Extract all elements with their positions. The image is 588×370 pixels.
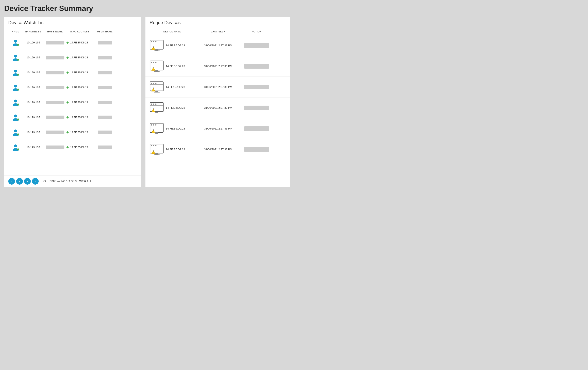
mac-address-cell: 14:FE:B5:D9:28	[66, 131, 94, 134]
user-name-cell	[94, 131, 116, 134]
host-name-cell	[44, 56, 66, 59]
svg-rect-31	[154, 71, 159, 72]
rogue-device-row: ! 14:FE:B5:D9:28 31/06/2021 2:27:33 PM	[146, 118, 290, 139]
main-content: Device Watch List NAME IP ADDRESS HOST N…	[4, 17, 290, 187]
svg-rect-67	[154, 154, 159, 155]
action-bar	[244, 106, 269, 110]
action-bar	[244, 64, 269, 69]
host-name-cell	[44, 146, 66, 149]
svg-point-46	[155, 104, 157, 105]
ip-address-cell: 10.199.165	[23, 146, 44, 149]
monitor-svg: !	[150, 102, 164, 113]
rogue-devices-rows: ! 14:FE:B5:D9:28 31/06/2021 2:27:33 PM	[146, 35, 290, 160]
monitor-svg: !	[150, 123, 164, 134]
user-icon	[11, 53, 20, 62]
next-page-button[interactable]: ›	[24, 178, 31, 185]
svg-point-28	[155, 62, 157, 63]
user-icon	[11, 143, 20, 151]
pagination: « ‹ › » ↻ DISPLAYING 1-9 OF 9 VIEW ALL	[4, 175, 141, 187]
svg-point-37	[155, 83, 157, 84]
refresh-button[interactable]: ↻	[43, 179, 46, 184]
rogue-mac-text: 14:FE:B5:D9:28	[166, 65, 185, 68]
last-page-button[interactable]: »	[32, 178, 39, 185]
svg-text:!: !	[153, 108, 154, 110]
user-name-cell	[94, 116, 116, 119]
mac-address-cell: 14:FE:B5:D9:28	[66, 71, 94, 74]
user-icon-cell	[8, 113, 23, 122]
svg-text:!: !	[153, 87, 154, 90]
mac-address-cell: 14:FE:B5:D9:28	[66, 101, 94, 104]
svg-point-19	[155, 41, 157, 42]
col-mac: MAC ADDRESS	[66, 30, 94, 33]
watch-list-row: 10.199.165 14:FE:B5:D9:28	[4, 95, 141, 110]
monitor-icon: !	[150, 102, 164, 114]
svg-point-62	[151, 145, 152, 146]
displaying-label: DISPLAYING 1-9 OF 9	[50, 180, 77, 183]
first-page-button[interactable]: «	[8, 178, 15, 185]
svg-rect-30	[155, 70, 158, 71]
rogue-mac-text: 14:FE:B5:D9:28	[166, 127, 185, 130]
svg-rect-49	[154, 113, 159, 113]
monitor-icon: !	[150, 123, 164, 135]
svg-point-10	[14, 115, 17, 117]
user-icon-cell	[8, 128, 23, 137]
user-icon-cell	[8, 98, 23, 107]
svg-point-17	[151, 41, 152, 42]
monitor-icon: !	[150, 144, 164, 155]
monitor-svg: !	[150, 40, 164, 51]
col-user: USER NAME	[94, 30, 116, 33]
last-seen-cell: 31/06/2021 2:27:33 PM	[195, 148, 241, 151]
watch-list-row: 10.199.165 14:FE:B5:D9:28	[4, 50, 141, 65]
monitor-svg: !	[150, 61, 164, 72]
action-bar	[244, 43, 269, 48]
prev-page-button[interactable]: ‹	[16, 178, 23, 185]
svg-point-53	[151, 124, 152, 126]
svg-point-0	[14, 40, 17, 42]
host-name-cell	[44, 101, 66, 104]
user-name-cell	[94, 86, 116, 89]
user-icon	[11, 68, 20, 77]
svg-point-8	[14, 100, 17, 103]
svg-rect-58	[154, 134, 159, 134]
col-host: HOST NAME	[44, 30, 66, 33]
ip-address-cell: 10.199.165	[23, 41, 44, 44]
svg-point-18	[153, 41, 154, 42]
device-name-cell: ! 14:FE:B5:D9:28	[150, 102, 195, 114]
action-cell	[241, 147, 272, 152]
svg-text:!: !	[153, 129, 154, 131]
user-name-cell	[94, 41, 116, 44]
watch-list-panel: Device Watch List NAME IP ADDRESS HOST N…	[4, 17, 141, 187]
svg-point-54	[153, 124, 154, 126]
mac-address-cell: 14:FE:B5:D9:28	[66, 146, 94, 149]
svg-point-44	[151, 104, 152, 105]
device-name-cell: ! 14:FE:B5:D9:28	[150, 123, 195, 135]
svg-point-63	[153, 145, 154, 146]
host-name-cell	[44, 131, 66, 134]
watch-list-row: 10.199.165 14:FE:B5:D9:28	[4, 125, 141, 140]
svg-text:!: !	[153, 150, 154, 152]
monitor-icon: !	[150, 81, 164, 93]
ip-address-cell: 10.199.165	[23, 101, 44, 104]
monitor-svg: !	[150, 81, 164, 93]
user-icon-cell	[8, 38, 23, 47]
watch-list-row: 10.199.165 14:FE:B5:D9:28	[4, 65, 141, 80]
rogue-device-row: ! 14:FE:B5:D9:28 31/06/2021 2:27:33 PM	[146, 35, 290, 56]
rogue-col-device-name: DEVICE NAME	[150, 30, 195, 33]
svg-point-5	[17, 74, 19, 76]
watch-list-title: Device Watch List	[4, 20, 141, 28]
device-name-cell: ! 14:FE:B5:D9:28	[150, 40, 195, 51]
rogue-mac-text: 14:FE:B5:D9:28	[166, 44, 185, 47]
watch-list-row: 10.199.165 14:FE:B5:D9:28	[4, 35, 141, 50]
user-name-cell	[94, 146, 116, 149]
view-all-button[interactable]: VIEW ALL	[79, 180, 92, 183]
svg-point-1	[17, 44, 19, 46]
svg-rect-22	[154, 51, 159, 51]
rogue-device-row: ! 14:FE:B5:D9:28 31/06/2021 2:27:33 PM	[146, 56, 290, 77]
action-cell	[241, 106, 272, 110]
user-name-cell	[94, 101, 116, 104]
svg-rect-39	[155, 91, 158, 92]
action-cell	[241, 85, 272, 89]
svg-rect-21	[155, 49, 158, 51]
user-icon-cell	[8, 83, 23, 92]
action-cell	[241, 126, 272, 131]
